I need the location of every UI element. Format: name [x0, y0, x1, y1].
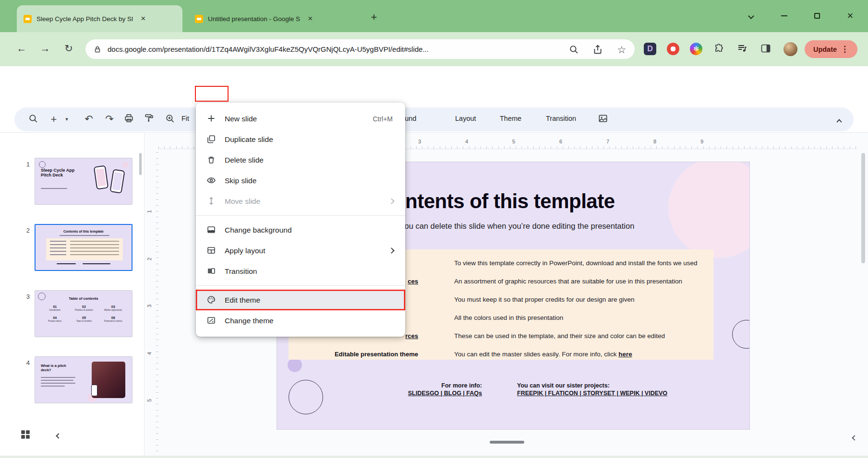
toolbar-collapse-icon[interactable]: [833, 115, 845, 128]
menu-item-new-slide[interactable]: New slide Ctrl+M: [196, 108, 405, 129]
change-theme-icon: [206, 316, 218, 326]
update-label: Update: [813, 46, 837, 53]
slidesgo-links[interactable]: SLIDESGO | BLOG | FAQs: [408, 389, 482, 397]
filmstrip-scrollbar[interactable]: [139, 153, 142, 175]
thumb-content-box: [46, 238, 123, 260]
decor-pink-circle: [668, 162, 750, 258]
chrome-update-button[interactable]: Update ⋮: [805, 40, 857, 58]
decor-outline-circle: [289, 380, 323, 414]
thumb-title: Sleep Cycle App Pitch Deck: [41, 168, 78, 178]
add-slide-dropdown-icon[interactable]: ▾: [60, 116, 73, 129]
theme-button[interactable]: Theme: [500, 115, 521, 122]
menu-item-change-theme[interactable]: Change theme: [196, 310, 405, 331]
zoom-page-icon[interactable]: [568, 44, 579, 55]
app-header: Sleep Cycle App Pitch Deck by Slidesgo ☆…: [0, 66, 868, 106]
browser-window: Sleep Cycle App Pitch Deck by Sl × Untit…: [0, 0, 868, 458]
horizontal-scrollbar[interactable]: [490, 441, 524, 444]
duplicate-slide-icon: [206, 134, 218, 145]
sister-project-links[interactable]: FREEPIK | FLATICON | STORYSET | WEPIK | …: [517, 389, 667, 397]
side-panel-icon[interactable]: [760, 43, 772, 55]
thumb-title: Contents of this template: [36, 230, 132, 233]
browser-tab-active[interactable]: Sleep Cycle App Pitch Deck by Sl ×: [17, 5, 182, 32]
transition-button[interactable]: Transition: [546, 115, 576, 122]
back-icon[interactable]: ←: [14, 43, 29, 54]
phone-mockup: [109, 169, 125, 193]
slide-number: 1: [19, 161, 30, 168]
window-close-button[interactable]: ×: [842, 9, 859, 23]
print-icon[interactable]: [124, 113, 136, 126]
window-minimize-button[interactable]: [775, 9, 793, 23]
playlist-extension-icon[interactable]: [736, 43, 749, 55]
browser-profile-avatar[interactable]: [784, 42, 797, 56]
redo-icon[interactable]: ↷: [103, 113, 116, 126]
menu-separator: [196, 285, 405, 286]
slide-subtitle[interactable]: You can delete this slide when you’re do…: [400, 222, 634, 231]
slide-footer-sister-projects: You can visit our sister projects: FREEP…: [517, 382, 667, 397]
here-link[interactable]: here: [618, 351, 632, 358]
omnibox[interactable]: docs.google.com/presentation/d/1TZq4AWgi…: [85, 39, 635, 59]
phone-mockup: [94, 165, 108, 189]
layout-button[interactable]: Layout: [455, 115, 476, 122]
search-menus-icon[interactable]: [28, 113, 40, 126]
slide-thumbnail-2-selected[interactable]: Contents of this template: [35, 224, 133, 271]
undo-icon[interactable]: ↶: [83, 113, 95, 126]
zoom-fit-label[interactable]: Fit: [181, 115, 189, 122]
slides-favicon: [195, 15, 203, 23]
vertical-scrollbar[interactable]: [861, 153, 865, 263]
menu-item-transition[interactable]: Transition: [196, 261, 405, 282]
delete-slide-icon: [206, 155, 218, 165]
tab-close-icon[interactable]: ×: [305, 13, 315, 24]
add-slide-icon[interactable]: +: [48, 113, 60, 126]
insert-image-icon[interactable]: [598, 113, 610, 126]
zoom-icon[interactable]: [165, 113, 177, 126]
tab-search-chevron-icon[interactable]: [742, 9, 760, 23]
slide-footer-more-info: For more info: SLIDESGO | BLOG | FAQs: [408, 382, 482, 397]
tab-title: Untitled presentation - Google S: [208, 15, 300, 23]
chrome-menu-icon[interactable]: ⋮: [841, 44, 849, 54]
new-slide-icon: [206, 114, 218, 124]
slide-number: 3: [19, 293, 30, 300]
menu-item-change-background[interactable]: Change background: [196, 220, 405, 240]
slide-number: 2: [19, 227, 30, 234]
menu-item-skip-slide[interactable]: Skip slide: [196, 170, 405, 191]
vertical-ruler: 1 2 3 4 5: [146, 149, 158, 451]
tab-close-icon[interactable]: ×: [138, 13, 148, 24]
toolbar: + ▾ ↶ ↷ Fit Background Layout Theme Tran…: [0, 106, 868, 132]
slide-title[interactable]: Contents of this template: [379, 190, 615, 213]
extension-d-icon[interactable]: D: [644, 43, 656, 55]
thumb-phone-mockup: [91, 385, 97, 396]
forward-icon[interactable]: →: [38, 43, 52, 54]
grid-view-icon[interactable]: [20, 429, 32, 441]
slide-thumbnail-1[interactable]: Sleep Cycle App Pitch Deck: [35, 158, 133, 205]
filmstrip-collapse-icon[interactable]: [57, 431, 68, 443]
reload-icon[interactable]: ↻: [61, 43, 76, 54]
browser-tab-inactive[interactable]: Untitled presentation - Google S ×: [188, 5, 354, 32]
edit-theme-palette-icon: [206, 295, 218, 305]
thumb-title: Table of contents: [35, 296, 132, 301]
share-page-icon[interactable]: [592, 44, 603, 55]
annotation-box-slide-menu: [195, 86, 229, 102]
slide-thumbnail-4[interactable]: What is a pitch deck?: [35, 356, 133, 403]
extension-pinwheel-icon[interactable]: ❄: [690, 43, 702, 55]
decor-outline-circle: [732, 320, 750, 349]
menu-item-delete-slide[interactable]: Delete slide: [196, 150, 405, 170]
paint-format-icon[interactable]: [144, 113, 157, 126]
apply-layout-icon: [206, 246, 218, 256]
slide-dropdown-menu: New slide Ctrl+M Duplicate slide Delete …: [196, 103, 405, 337]
url-text[interactable]: docs.google.com/presentation/d/1TZq4AWgi…: [108, 45, 578, 53]
thumb-toc-grid: 01Introduction 02Problem & solution 03Ma…: [42, 305, 126, 322]
workspace: 1 Sleep Cycle App Pitch Deck 2 Contents …: [0, 132, 868, 456]
menu-item-move-slide[interactable]: Move slide: [196, 191, 405, 211]
tab-strip: Sleep Cycle App Pitch Deck by Sl × Untit…: [0, 0, 868, 32]
extensions-puzzle-icon[interactable]: [713, 43, 726, 55]
menu-item-edit-theme[interactable]: Edit theme: [196, 290, 405, 310]
bookmark-star-icon[interactable]: ☆: [616, 44, 627, 55]
slide-thumbnail-3[interactable]: Table of contents 01Introduction 02Probl…: [35, 290, 133, 337]
new-tab-button[interactable]: +: [367, 11, 381, 25]
window-maximize-button[interactable]: [808, 9, 826, 23]
bottom-right-collapse-icon[interactable]: [853, 433, 856, 442]
content-row: Editable presentation theme You can edit…: [289, 345, 713, 363]
menu-item-apply-layout[interactable]: Apply layout: [196, 240, 405, 261]
extension-red-circle-icon[interactable]: [667, 43, 679, 55]
menu-item-duplicate-slide[interactable]: Duplicate slide: [196, 129, 405, 150]
